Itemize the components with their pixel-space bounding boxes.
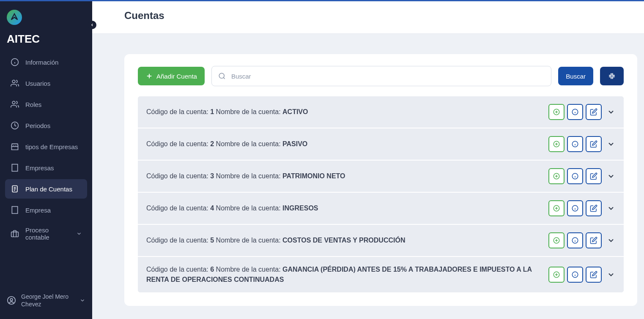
code-value: 4 xyxy=(210,204,214,212)
info-button[interactable] xyxy=(567,104,583,120)
account-row[interactable]: Código de la cuenta: 2 Nombre de la cuen… xyxy=(138,128,624,161)
edit-button[interactable] xyxy=(586,200,602,216)
account-text: Código de la cuenta: 4 Nombre de la cuen… xyxy=(146,203,543,213)
edit-button[interactable] xyxy=(586,168,602,184)
search-input[interactable] xyxy=(211,66,551,86)
info-icon xyxy=(571,204,579,212)
sidebar-item-tipos-empresas[interactable]: tipos de Empresas xyxy=(5,137,87,156)
account-row[interactable]: Código de la cuenta: 6 Nombre de la cuen… xyxy=(138,257,624,292)
edit-button[interactable] xyxy=(586,104,602,120)
info-icon xyxy=(10,57,19,67)
search-button[interactable]: Buscar xyxy=(558,67,593,85)
info-button[interactable] xyxy=(567,168,583,184)
info-button[interactable] xyxy=(567,200,583,216)
collapse-all-button[interactable] xyxy=(600,67,624,85)
chevron-down-icon xyxy=(76,231,82,237)
account-row[interactable]: Código de la cuenta: 1 Nombre de la cuen… xyxy=(138,96,624,128)
button-label: Añadir Cuenta xyxy=(156,73,197,80)
account-text: Código de la cuenta: 6 Nombre de la cuen… xyxy=(146,264,543,285)
code-value: 5 xyxy=(210,237,214,244)
code-label: Código de la cuenta: xyxy=(146,172,208,180)
sidebar-item-proceso-contable[interactable]: Proceso contable xyxy=(5,221,87,246)
add-subaccount-button[interactable] xyxy=(548,136,565,152)
row-actions xyxy=(548,232,615,248)
edit-button[interactable] xyxy=(586,267,602,283)
account-row[interactable]: Código de la cuenta: 3 Nombre de la cuen… xyxy=(138,161,624,193)
account-text: Código de la cuenta: 1 Nombre de la cuen… xyxy=(146,107,543,117)
chevron-down-icon xyxy=(607,172,615,180)
sidebar-item-plan-cuentas[interactable]: Plan de Cuentas xyxy=(5,179,87,199)
store-icon xyxy=(10,142,19,151)
name-label: Nombre de la cuenta: xyxy=(216,266,281,273)
chevron-down-icon xyxy=(607,236,615,245)
expand-button[interactable] xyxy=(607,108,615,116)
chevron-down-icon xyxy=(79,297,85,303)
main: Cuentas Añadir Cuenta Buscar xyxy=(92,1,644,319)
edit-button[interactable] xyxy=(586,136,602,152)
code-value: 3 xyxy=(210,172,214,180)
expand-button[interactable] xyxy=(607,140,615,148)
add-subaccount-button[interactable] xyxy=(548,168,565,184)
user-menu[interactable]: George Joel Mero Chevez xyxy=(0,289,92,312)
edit-icon xyxy=(590,172,597,180)
code-label: Código de la cuenta: xyxy=(146,266,208,273)
sidebar-item-empresas[interactable]: Empresas xyxy=(5,158,87,177)
sidebar-item-label: Proceso contable xyxy=(25,226,70,241)
add-subaccount-button[interactable] xyxy=(548,267,565,283)
search-icon xyxy=(218,72,226,80)
page-title: Cuentas xyxy=(124,10,627,22)
add-subaccount-button[interactable] xyxy=(548,232,565,248)
expand-button[interactable] xyxy=(607,236,615,245)
add-subaccount-button[interactable] xyxy=(548,200,565,216)
info-icon xyxy=(571,271,579,278)
account-text: Código de la cuenta: 5 Nombre de la cuen… xyxy=(146,235,543,245)
plus-circle-icon xyxy=(553,172,560,180)
svg-rect-20 xyxy=(12,207,17,214)
plus-icon xyxy=(145,72,153,80)
plus-circle-icon xyxy=(553,204,560,212)
expand-button[interactable] xyxy=(607,204,615,213)
sidebar-item-empresa[interactable]: Empresa xyxy=(5,200,87,220)
add-account-button[interactable]: Añadir Cuenta xyxy=(138,67,205,85)
users-icon xyxy=(10,79,19,88)
building-icon xyxy=(10,205,19,215)
svg-point-3 xyxy=(12,80,15,83)
sidebar-item-periodos[interactable]: Periodos xyxy=(5,116,87,135)
name-value: PASIVO xyxy=(282,140,307,147)
info-button[interactable] xyxy=(567,232,583,248)
expand-button[interactable] xyxy=(607,270,615,279)
edit-button[interactable] xyxy=(586,232,602,248)
plus-circle-icon xyxy=(553,237,560,244)
sidebar-item-informacion[interactable]: Información xyxy=(5,52,87,72)
code-label: Código de la cuenta: xyxy=(146,204,208,212)
svg-line-33 xyxy=(223,77,225,79)
sidebar-item-roles[interactable]: Roles xyxy=(5,95,87,114)
add-subaccount-button[interactable] xyxy=(548,104,565,120)
expand-button[interactable] xyxy=(607,172,615,180)
info-button[interactable] xyxy=(567,267,583,283)
name-label: Nombre de la cuenta: xyxy=(216,140,281,147)
account-row[interactable]: Código de la cuenta: 5 Nombre de la cuen… xyxy=(138,225,624,257)
svg-point-29 xyxy=(10,298,13,301)
button-label: Buscar xyxy=(566,73,586,80)
edit-icon xyxy=(590,108,597,116)
chevron-down-icon xyxy=(607,108,615,116)
row-actions xyxy=(548,168,615,184)
building-icon xyxy=(10,163,19,172)
chevron-left-icon xyxy=(90,23,94,27)
plus-circle-icon xyxy=(553,140,560,148)
row-actions xyxy=(548,200,615,216)
roles-icon xyxy=(10,100,19,109)
edit-icon xyxy=(590,237,597,244)
info-button[interactable] xyxy=(567,136,583,152)
page-header: Cuentas xyxy=(92,1,644,34)
toolbar: Añadir Cuenta Buscar xyxy=(138,66,624,86)
briefcase-icon xyxy=(10,229,19,238)
code-label: Código de la cuenta: xyxy=(146,140,208,147)
clock-icon xyxy=(10,121,19,130)
sidebar-item-label: tipos de Empresas xyxy=(25,143,78,150)
sidebar-collapse-button[interactable] xyxy=(88,21,96,29)
sidebar-item-usuarios[interactable]: Usuarios xyxy=(5,74,87,93)
logo xyxy=(7,10,22,25)
account-row[interactable]: Código de la cuenta: 4 Nombre de la cuen… xyxy=(138,193,624,225)
